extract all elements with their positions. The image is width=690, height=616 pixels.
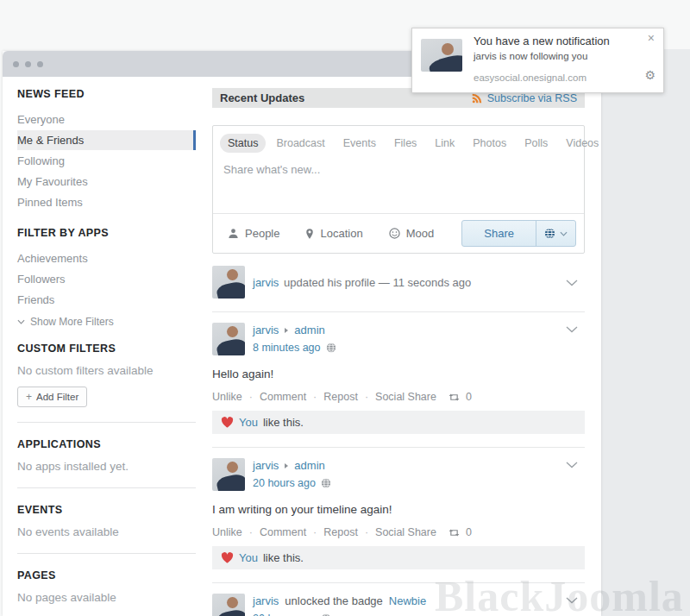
like-text: like this. <box>263 551 304 564</box>
chevron-down-icon <box>17 319 25 324</box>
filter-by-apps-heading: FILTER BY APPS <box>17 227 196 239</box>
feed-column: Recent Updates Subscribe via RSS Status … <box>212 88 585 616</box>
events-heading: EVENTS <box>17 504 196 516</box>
tab-events[interactable]: Events <box>336 134 384 153</box>
news-feed-heading: NEWS FEED <box>17 88 196 100</box>
tab-photos[interactable]: Photos <box>465 134 514 153</box>
tab-broadcast[interactable]: Broadcast <box>268 134 332 153</box>
post-actions: Unlike Comment Repost Social Share 0 <box>212 391 585 403</box>
repost-link[interactable]: Repost <box>306 526 358 538</box>
chevron-down-icon <box>560 231 568 236</box>
sidebar-item-me-and-friends[interactable]: Me & Friends <box>17 130 196 150</box>
notification-source: easysocial.onesignal.com <box>474 72 586 83</box>
custom-filters-heading: CUSTOM FILTERS <box>17 343 196 355</box>
window-dot-icon <box>13 61 19 67</box>
target-link[interactable]: admin <box>294 324 324 336</box>
author-link[interactable]: jarvis <box>253 276 279 289</box>
sidebar-section-events: EVENTS No events available <box>17 504 196 538</box>
subscribe-rss-link[interactable]: Subscribe via RSS <box>487 92 577 104</box>
tab-files[interactable]: Files <box>386 134 424 153</box>
avatar[interactable] <box>212 458 245 491</box>
tab-polls[interactable]: Polls <box>517 134 555 153</box>
activity-feed: jarvis updated his profile — 11 seconds … <box>212 255 585 616</box>
close-icon[interactable]: × <box>648 31 655 45</box>
add-filter-button[interactable]: + Add Filter <box>17 387 87 407</box>
add-mood-button[interactable]: Mood <box>389 227 435 240</box>
arrow-right-icon <box>285 463 288 468</box>
person-icon <box>228 228 239 239</box>
feed-item-menu-toggle[interactable] <box>566 462 578 468</box>
tab-videos[interactable]: Videos <box>558 134 601 153</box>
sidebar: NEWS FEED Everyone Me & Friends Followin… <box>17 88 196 616</box>
target-link[interactable]: admin <box>294 459 324 472</box>
tab-status[interactable]: Status <box>220 134 266 153</box>
location-pin-icon <box>305 228 314 240</box>
location-label: Location <box>320 227 362 240</box>
comment-link[interactable]: Comment <box>242 526 306 538</box>
heart-icon <box>221 552 234 563</box>
badge-link[interactable]: Newbie <box>389 594 426 607</box>
sidebar-item-achievements[interactable]: Achievements <box>17 248 196 268</box>
repost-link[interactable]: Repost <box>306 391 358 403</box>
page-outer-background <box>601 49 690 616</box>
you-link[interactable]: You <box>239 416 258 429</box>
globe-icon <box>321 478 331 488</box>
feed-item-menu-toggle[interactable] <box>566 597 578 604</box>
feed-item-menu-toggle[interactable] <box>566 280 578 286</box>
window-body: NEWS FEED Everyone Me & Friends Followin… <box>3 77 601 616</box>
avatar[interactable] <box>212 323 245 355</box>
notification-thumbnail <box>421 39 462 72</box>
feed-item-meta: jarvis unlocked the badge Newbie 20 hour… <box>253 594 426 616</box>
feed-item-head: jarvis admin 20 hours ago <box>212 458 585 491</box>
avatar[interactable] <box>212 594 245 616</box>
timestamp-link[interactable]: 8 minutes ago <box>253 342 321 354</box>
unlike-link[interactable]: Unlike <box>212 526 242 538</box>
sidebar-item-my-favourites[interactable]: My Favourites <box>17 172 196 192</box>
subscribe-rss[interactable]: Subscribe via RSS <box>472 92 577 104</box>
add-location-button[interactable]: Location <box>305 227 362 240</box>
tab-link[interactable]: Link <box>427 134 462 153</box>
feed-item-head: jarvis unlocked the badge Newbie 20 hour… <box>212 594 585 616</box>
feed-item-badge: jarvis unlocked the badge Newbie 20 hour… <box>212 583 585 616</box>
summary-text: unlocked the badge <box>285 594 382 607</box>
chevron-down-icon <box>566 597 578 604</box>
status-composer-input[interactable] <box>213 156 584 213</box>
sidebar-item-pinned-items[interactable]: Pinned Items <box>17 192 196 212</box>
sidebar-item-everyone[interactable]: Everyone <box>17 110 196 129</box>
comment-link[interactable]: Comment <box>242 391 306 403</box>
social-share-link[interactable]: Social Share <box>358 391 436 403</box>
sidebar-item-followers[interactable]: Followers <box>17 269 196 289</box>
feed-item-profile-update: jarvis updated his profile — 11 seconds … <box>212 255 585 312</box>
social-share-link[interactable]: Social Share <box>358 526 436 538</box>
sidebar-section-custom-filters: CUSTOM FILTERS No custom filters availab… <box>17 343 196 407</box>
sidebar-divider <box>17 487 196 488</box>
sidebar-item-following[interactable]: Following <box>17 151 196 171</box>
share-button[interactable]: Share <box>462 221 536 246</box>
chevron-down-icon <box>566 462 578 468</box>
feed-item-menu-toggle[interactable] <box>566 326 578 333</box>
mood-label: Mood <box>406 227 435 240</box>
tag-people-button[interactable]: People <box>228 227 279 240</box>
privacy-dropdown[interactable] <box>536 221 575 246</box>
timestamp-link[interactable]: 20 hours ago <box>253 613 316 616</box>
sidebar-divider <box>17 422 196 423</box>
author-link[interactable]: jarvis <box>253 459 279 472</box>
like-status-bar: You like this. <box>212 546 585 569</box>
sidebar-divider <box>17 553 196 554</box>
feed-item-status: jarvis admin 20 hours ago <box>212 448 585 583</box>
sidebar-item-friends[interactable]: Friends <box>17 290 196 310</box>
author-link[interactable]: jarvis <box>253 324 279 336</box>
unlike-link[interactable]: Unlike <box>212 391 242 403</box>
author-link[interactable]: jarvis <box>253 594 279 607</box>
timestamp-link[interactable]: 20 hours ago <box>253 477 316 489</box>
you-link[interactable]: You <box>239 551 258 564</box>
applications-empty-text: No apps installed yet. <box>17 460 196 473</box>
custom-filters-empty-text: No custom filters available <box>17 364 196 377</box>
chevron-down-icon <box>566 326 578 333</box>
heart-icon <box>221 417 234 428</box>
gear-icon[interactable]: ⚙ <box>644 68 656 82</box>
avatar[interactable] <box>212 266 245 299</box>
show-more-filters-link[interactable]: Show More Filters <box>17 316 196 328</box>
notification-body: jarvis is now following you <box>474 51 587 61</box>
composer-toolbar: People Location <box>213 213 584 253</box>
